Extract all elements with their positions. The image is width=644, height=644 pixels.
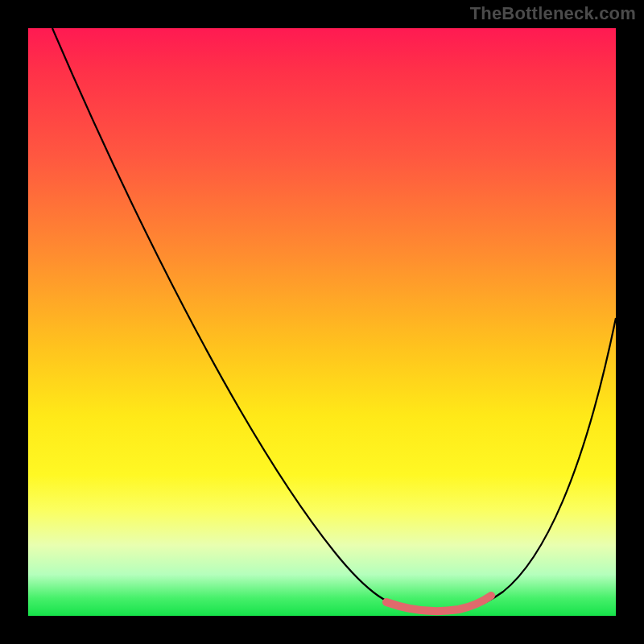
optimal-range-highlight <box>386 596 491 611</box>
chart-frame: TheBottleneck.com <box>0 0 644 644</box>
plot-area <box>28 28 616 616</box>
watermark-text: TheBottleneck.com <box>470 3 636 24</box>
bottleneck-curve-svg <box>28 28 616 616</box>
bottleneck-curve-line <box>52 28 616 613</box>
